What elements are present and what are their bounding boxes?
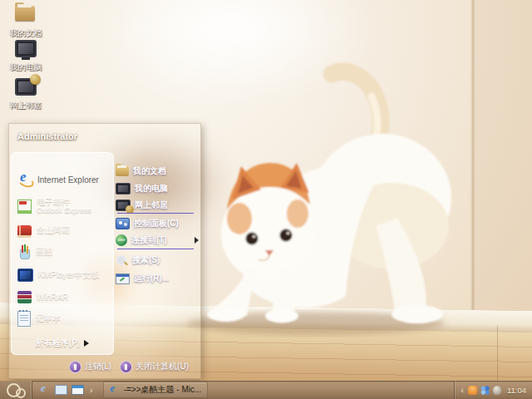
start-menu-user-name: Administrator [17,131,77,141]
show-desktop-icon[interactable] [55,385,67,395]
taskbar: › -=>>桌酷主题 - Mic... ‹ 11:04 [0,381,532,399]
menu-item-paint[interactable]: 画图 [12,241,113,263]
menu-item-label: WinRAR [37,293,68,302]
menu-item-label: 金山词霸 [37,224,70,236]
tray-ime-icon[interactable] [493,386,501,395]
menu-item-my-documents[interactable]: 我的文档 [116,164,200,179]
email-icon [17,200,32,214]
desktop-screen: 我的文档 我的电脑 网上邻居 Administrator Internet Ex… [0,0,532,399]
menu-item-label: 画图 [36,246,52,258]
menu-item-search[interactable]: 搜索(S) [116,253,200,268]
menu-item-run[interactable]: 运行(R)... [116,271,200,286]
start-menu-footer: 注销(L) 关闭计算机(U) [9,357,200,376]
tray-pinwheel-icon[interactable] [480,386,490,395]
notepad-icon [17,311,31,327]
my-computer-icon [15,40,37,57]
menu-item-sublabel: Outlook Express [37,206,91,215]
start-menu: Administrator Internet Explorer 电子邮件 Out… [8,123,201,379]
all-programs-arrow-icon [84,340,89,347]
ie-task-icon [110,385,120,395]
kmplayer-icon [17,268,33,282]
task-button-label: -=>>桌酷主题 - Mic... [124,384,202,396]
internet-explorer-icon [17,172,32,187]
submenu-arrow-icon [195,237,199,244]
menu-item-network-places[interactable]: 网上邻居 [116,198,200,213]
menu-item-label: KMPlayer中文版 [38,269,99,281]
tray-collapse-chevron-icon[interactable]: ‹ [461,386,464,395]
all-programs-label: 所有程序(P) [36,337,80,349]
menu-item-winrar[interactable]: WinRAR [12,286,113,308]
desktop-icon-network-places[interactable]: 网上邻居 [2,76,50,111]
run-icon [116,273,130,284]
desktop-icon-my-computer[interactable]: 我的电脑 [2,38,50,73]
paint-icon [17,245,31,259]
menu-divider [117,213,194,214]
menu-item-connect-to[interactable]: 连接到(T) [116,233,200,248]
turn-off-computer-button[interactable]: 关闭计算机(U) [120,361,189,373]
menu-item-label: 搜索(S) [132,254,160,266]
menu-item-label: 记事本 [36,313,61,324]
search-icon [116,254,128,267]
start-menu-program-panel: Internet Explorer 电子邮件 Outlook Express 金… [11,152,114,355]
taskbar-task-button[interactable]: -=>>桌酷主题 - Mic... [103,382,209,398]
network-places-icon [116,200,131,211]
log-off-icon [69,361,81,373]
menu-item-label: 控制面板(C) [134,218,179,229]
connect-to-icon [116,234,127,246]
menu-item-label: Internet Explorer [37,175,99,185]
menu-item-my-computer[interactable]: 我的电脑 [116,181,200,196]
control-panel-icon [116,218,130,229]
quick-launch-ie-icon[interactable] [39,384,51,396]
menu-item-notepad[interactable]: 记事本 [12,308,113,329]
start-logo-icon [16,388,26,398]
menu-item-email[interactable]: 电子邮件 Outlook Express [12,193,113,219]
tray-user-icon[interactable] [468,386,477,395]
menu-item-label: 我的文档 [133,165,166,177]
menu-item-kmplayer[interactable]: KMPlayer中文版 [12,264,113,286]
log-off-button[interactable]: 注销(L) [69,361,111,373]
menu-item-label: 我的电脑 [135,183,168,195]
taskbar-clock[interactable]: 11:04 [507,386,526,395]
quick-launch-overflow-chevron-icon[interactable]: › [90,385,93,395]
dictionary-icon [17,225,32,236]
desktop-icon-label: 我的电脑 [2,62,50,73]
my-computer-icon [116,183,131,195]
menu-divider [117,249,194,249]
quick-launch-bar: › [32,384,98,396]
turn-off-icon [120,361,132,373]
desktop-icon-my-documents[interactable]: 我的文档 [2,2,50,39]
all-programs-button[interactable]: 所有程序(P) [12,332,113,354]
turn-off-label: 关闭计算机(U) [135,361,189,372]
menu-item-internet-explorer[interactable]: Internet Explorer [12,168,113,191]
system-tray: ‹ 11:04 [454,381,532,399]
quick-launch-browser-icon[interactable] [71,385,84,395]
my-documents-icon [116,166,129,176]
start-button[interactable] [0,381,32,399]
menu-item-label: 网上邻居 [135,200,168,211]
menu-item-control-panel[interactable]: 控制面板(C) [116,216,200,231]
menu-item-label: 电子邮件 [37,197,91,206]
my-documents-icon [15,6,35,21]
menu-item-dictionary[interactable]: 金山词霸 [12,219,113,241]
desktop-icon-label: 网上邻居 [2,101,50,111]
network-places-icon [15,78,37,96]
menu-item-label: 运行(R)... [134,273,169,284]
menu-item-label: 连接到(T) [131,234,167,246]
winrar-icon [17,291,32,303]
log-off-label: 注销(L) [85,361,111,372]
